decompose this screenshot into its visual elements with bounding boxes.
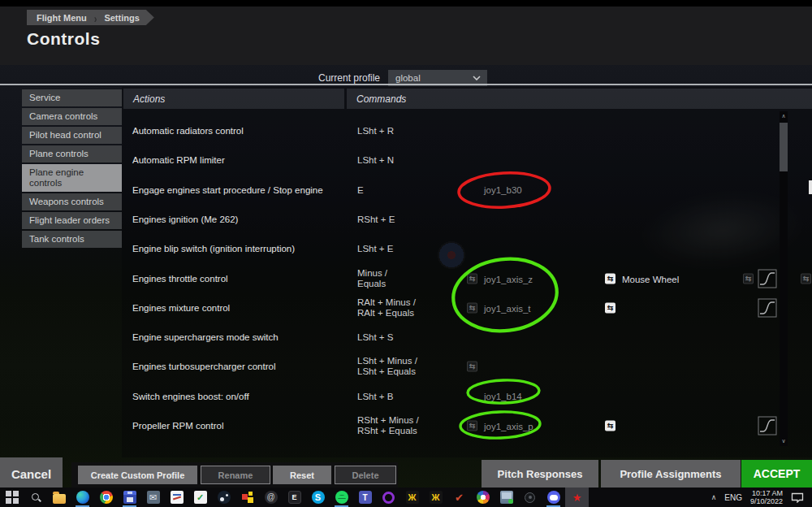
rename-button[interactable]: Rename — [201, 466, 270, 484]
keyboard-binding[interactable]: LSht + R — [357, 126, 394, 136]
breadcrumb[interactable]: Flight Menu › Settings — [27, 10, 154, 25]
mouse-binding-label: Mouse Wheel — [622, 274, 679, 284]
start-button[interactable] — [0, 488, 24, 507]
invert-axis-icon[interactable] — [743, 274, 754, 284]
discord-icon[interactable] — [542, 488, 565, 507]
reset-button[interactable]: Reset — [273, 466, 331, 484]
sidebar-item-plane-controls[interactable]: Plane controls — [22, 145, 122, 162]
file-explorer-icon[interactable] — [47, 488, 71, 507]
breadcrumb-flight-menu[interactable]: Flight Menu — [37, 13, 87, 23]
at-app-icon[interactable] — [259, 488, 283, 507]
joystick-binding[interactable]: joy1_b14 — [467, 392, 522, 401]
mail-app-icon[interactable] — [141, 488, 165, 507]
key-line: LSht + Equals — [357, 366, 417, 377]
accept-button[interactable]: ACCEPT — [741, 460, 812, 488]
sidebar-item-tank-controls[interactable]: Tank controls — [22, 231, 122, 248]
sidebar-item-plane-engine-controls[interactable]: Plane engine controls — [22, 164, 122, 192]
keyboard-binding[interactable]: LSht + B — [357, 392, 393, 402]
joystick-binding[interactable]: joy1_axis_p — [467, 421, 533, 431]
spotify-icon[interactable] — [330, 488, 353, 507]
cancel-button[interactable]: Cancel — [0, 457, 63, 490]
sidebar-item-pilot-head-control[interactable]: Pilot head control — [22, 127, 122, 144]
keyboard-binding[interactable]: RAlt + Minus /RAlt + Equals — [357, 297, 416, 318]
action-label: Engines mixture control — [132, 303, 230, 313]
chrome-icon[interactable] — [94, 488, 118, 507]
keyboard-binding[interactable]: RSht + Minus /RSht + Equals — [357, 415, 419, 436]
blocks-app-icon[interactable] — [235, 488, 259, 507]
il2-launcher-icon-2 — [430, 491, 443, 504]
mouse-binding[interactable] — [605, 303, 622, 314]
notification-icon[interactable] — [791, 492, 804, 503]
scrollbar-thumb[interactable] — [780, 123, 788, 171]
action-label: Engines throttle control — [132, 274, 228, 284]
mouse-binding[interactable]: Mouse Wheel — [605, 274, 679, 284]
epic-games-icon — [288, 491, 301, 504]
breadcrumb-settings[interactable]: Settings — [104, 13, 139, 23]
scroll-up-icon[interactable]: ∧ — [780, 113, 788, 119]
keyboard-binding[interactable]: Minus /Equals — [357, 268, 387, 289]
action-label: Propeller RPM control — [132, 421, 223, 431]
favorites-star-icon[interactable] — [565, 488, 589, 507]
key-line: Minus / — [357, 268, 387, 279]
epic-games-icon[interactable] — [283, 488, 306, 507]
document-app-icon[interactable] — [188, 488, 212, 507]
joystick-binding[interactable]: joy1_axis_z — [467, 274, 533, 284]
tray-expand-icon[interactable]: ∧ — [711, 493, 717, 501]
keyboard-binding[interactable]: LSht + N — [357, 155, 394, 166]
tray-language[interactable]: ENG — [724, 493, 742, 502]
scroll-down-icon[interactable]: ∨ — [780, 438, 788, 444]
search-button[interactable] — [24, 488, 47, 507]
invert-axis-icon[interactable] — [467, 421, 477, 431]
edge-icon[interactable] — [71, 488, 94, 507]
keyboard-binding[interactable]: RSht + E — [357, 214, 395, 225]
joystick-binding[interactable]: joy1_b30 — [467, 185, 522, 195]
invert-axis-icon[interactable] — [605, 274, 615, 284]
sidebar-item-flight-leader-orders[interactable]: Flight leader orders — [22, 212, 122, 229]
keyboard-binding[interactable]: LSht + Minus /LSht + Equals — [357, 356, 417, 377]
wheel-app-icon[interactable] — [518, 488, 542, 507]
ring-app-icon[interactable] — [377, 488, 400, 507]
response-curve-icon[interactable] — [758, 416, 777, 436]
profile-assignments-button[interactable]: Profile Assignments — [601, 460, 741, 488]
tray-clock[interactable]: 10:17 AM 9/10/2022 — [750, 489, 783, 505]
chevron-down-icon — [473, 76, 481, 80]
create-custom-profile-button[interactable]: Create Custom Profile — [78, 466, 197, 484]
response-curve-icon[interactable] — [758, 298, 777, 318]
skype-icon[interactable] — [306, 488, 330, 507]
delete-button[interactable]: Delete — [335, 466, 396, 484]
invert-axis-icon[interactable] — [467, 303, 477, 314]
joystick-binding[interactable]: joy1_axis_t — [467, 303, 531, 314]
invert-axis-icon[interactable] — [467, 362, 477, 372]
sidebar-item-weapons-controls[interactable]: Weapons controls — [22, 193, 122, 210]
edge-invert-slot[interactable] — [801, 274, 812, 284]
action-label: Automatic radiators control — [132, 126, 244, 136]
key-line: LSht + B — [357, 392, 393, 402]
il2-launcher-icon-2[interactable] — [424, 488, 447, 507]
check-app-icon[interactable] — [447, 488, 471, 507]
mouse-binding[interactable] — [605, 421, 622, 431]
keyboard-binding[interactable]: LSht + E — [357, 244, 393, 254]
notepad-app-icon[interactable] — [165, 488, 188, 507]
il2-launcher-icon[interactable] — [400, 488, 424, 507]
scrollbar[interactable]: ∧ ∨ — [780, 111, 788, 446]
response-curve-icon[interactable] — [758, 269, 777, 288]
joystick-binding-label: joy1_axis_z — [484, 274, 533, 284]
sidebar-item-service[interactable]: Service — [22, 89, 122, 106]
action-label: Engine blip switch (ignition interruptio… — [132, 244, 295, 254]
keyboard-binding[interactable]: LSht + S — [357, 332, 393, 343]
invert-axis-icon[interactable] — [801, 274, 811, 284]
invert-axis-icon[interactable] — [605, 303, 615, 314]
notepad-app-icon — [171, 491, 184, 504]
pitch-responses-button[interactable]: Pitch Responses — [482, 460, 598, 488]
teams-icon[interactable] — [353, 488, 377, 507]
actions-column-header: Actions — [123, 89, 344, 109]
steam-icon[interactable] — [212, 488, 235, 507]
sidebar-item-camera-controls[interactable]: Camera controls — [22, 108, 122, 125]
joystick-binding[interactable] — [467, 362, 484, 372]
pc-status-icon[interactable] — [495, 488, 518, 507]
invert-axis-icon[interactable] — [467, 274, 477, 284]
floppy-app-icon[interactable] — [118, 488, 141, 507]
invert-axis-icon[interactable] — [605, 421, 615, 431]
photo-app-icon[interactable] — [471, 488, 495, 507]
keyboard-binding[interactable]: E — [357, 185, 364, 196]
